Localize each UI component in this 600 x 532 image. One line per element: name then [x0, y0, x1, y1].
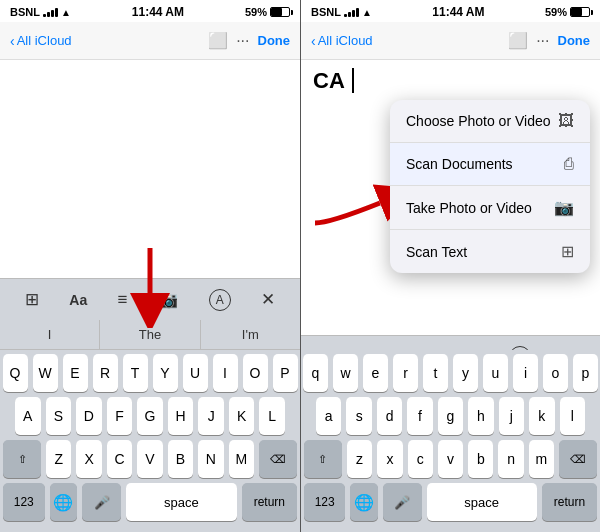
key-z-left[interactable]: Z	[46, 440, 71, 478]
key-w-left[interactable]: W	[33, 354, 58, 392]
key-n-right[interactable]: n	[498, 440, 523, 478]
bar2	[47, 12, 50, 17]
key-l-right[interactable]: l	[560, 397, 585, 435]
done-button-right[interactable]: Done	[558, 33, 591, 48]
suggestions-bar-left: I The I'm	[0, 320, 300, 350]
key-o-right[interactable]: o	[543, 354, 568, 392]
suggestion-im[interactable]: I'm	[201, 320, 300, 349]
camera-icon-left[interactable]: 📷	[157, 289, 178, 310]
key-b-left[interactable]: B	[168, 440, 193, 478]
suggestion-the[interactable]: The	[100, 320, 200, 349]
key-q-left[interactable]: Q	[3, 354, 28, 392]
carrier-left: BSNL	[10, 6, 40, 18]
key-f-left[interactable]: F	[107, 397, 133, 435]
list-icon-left[interactable]: ≡	[117, 290, 127, 310]
upload-icon-right[interactable]: ⬜	[508, 31, 528, 50]
suggestion-i[interactable]: I	[0, 320, 100, 349]
key-x-right[interactable]: x	[377, 440, 402, 478]
time-right: 11:44 AM	[432, 5, 484, 19]
menu-item-scan-documents[interactable]: Scan Documents ⎙	[390, 143, 590, 186]
key-j-right[interactable]: j	[499, 397, 524, 435]
key-g-left[interactable]: G	[137, 397, 163, 435]
table-icon-left[interactable]: ⊞	[25, 289, 39, 310]
key-c-left[interactable]: C	[107, 440, 132, 478]
space-key-left[interactable]: space	[126, 483, 237, 521]
text-icon-left[interactable]: Aa	[69, 292, 87, 308]
key-m-left[interactable]: M	[229, 440, 254, 478]
shift-key-left[interactable]: ⇧	[3, 440, 41, 478]
key-v-right[interactable]: v	[438, 440, 463, 478]
emoji-key-right[interactable]: 🌐	[350, 483, 378, 521]
back-button-left[interactable]: ‹ All iCloud	[10, 33, 72, 49]
delete-key-left[interactable]: ⌫	[259, 440, 297, 478]
numbers-key-left[interactable]: 123	[3, 483, 45, 521]
key-a-left[interactable]: A	[15, 397, 41, 435]
battery-fill-left	[271, 8, 282, 16]
key-k-right[interactable]: k	[529, 397, 554, 435]
wifi-icon-right: ▲	[362, 7, 372, 18]
key-row-4-left: 123 🌐 🎤 space return	[3, 483, 297, 521]
key-j-left[interactable]: J	[198, 397, 224, 435]
more-icon-right[interactable]: ···	[536, 32, 549, 50]
note-content-left	[0, 60, 300, 278]
key-e-right[interactable]: e	[363, 354, 388, 392]
key-u-left[interactable]: U	[183, 354, 208, 392]
back-label-right: All iCloud	[318, 33, 373, 48]
key-h-left[interactable]: H	[168, 397, 194, 435]
delete-key-right[interactable]: ⌫	[559, 440, 597, 478]
space-key-right[interactable]: space	[427, 483, 537, 521]
menu-item-choose-photo[interactable]: Choose Photo or Video 🖼	[390, 100, 590, 143]
key-y-left[interactable]: Y	[153, 354, 178, 392]
key-i-left[interactable]: I	[213, 354, 238, 392]
key-r-left[interactable]: R	[93, 354, 118, 392]
key-w-right[interactable]: w	[333, 354, 358, 392]
back-button-right[interactable]: ‹ All iCloud	[311, 33, 373, 49]
key-u-right[interactable]: u	[483, 354, 508, 392]
nav-actions-left: ⬜ ··· Done	[208, 31, 290, 50]
key-x-left[interactable]: X	[76, 440, 101, 478]
mic-key-left[interactable]: 🎤	[82, 483, 121, 521]
key-v-left[interactable]: V	[137, 440, 162, 478]
key-e-left[interactable]: E	[63, 354, 88, 392]
battery-icon-right	[570, 7, 590, 17]
key-n-left[interactable]: N	[198, 440, 223, 478]
key-g-right[interactable]: g	[438, 397, 463, 435]
upload-icon-left[interactable]: ⬜	[208, 31, 228, 50]
key-t-right[interactable]: t	[423, 354, 448, 392]
more-icon-left[interactable]: ···	[236, 32, 249, 50]
menu-item-take-photo[interactable]: Take Photo or Video 📷	[390, 186, 590, 230]
key-b-right[interactable]: b	[468, 440, 493, 478]
key-m-right[interactable]: m	[529, 440, 554, 478]
key-s-left[interactable]: S	[46, 397, 72, 435]
shift-key-right[interactable]: ⇧	[304, 440, 342, 478]
key-p-left[interactable]: P	[273, 354, 298, 392]
arrow-right-scan	[310, 178, 390, 232]
emoji-key-left[interactable]: 🌐	[50, 483, 78, 521]
key-p-right[interactable]: p	[573, 354, 598, 392]
nav-bar-right: ‹ All iCloud ⬜ ··· Done	[301, 22, 600, 60]
style-icon-left[interactable]: A	[209, 289, 231, 311]
key-z-right[interactable]: z	[347, 440, 372, 478]
key-c-right[interactable]: c	[408, 440, 433, 478]
key-r-right[interactable]: r	[393, 354, 418, 392]
done-button-left[interactable]: Done	[258, 33, 291, 48]
key-y-right[interactable]: y	[453, 354, 478, 392]
key-l-left[interactable]: L	[259, 397, 285, 435]
return-key-left[interactable]: return	[242, 483, 297, 521]
key-d-left[interactable]: D	[76, 397, 102, 435]
key-k-left[interactable]: K	[229, 397, 255, 435]
menu-item-scan-text[interactable]: Scan Text ⊞	[390, 230, 590, 273]
key-o-left[interactable]: O	[243, 354, 268, 392]
mic-key-right[interactable]: 🎤	[383, 483, 422, 521]
close-icon-left[interactable]: ✕	[261, 289, 275, 310]
key-a-right[interactable]: a	[316, 397, 341, 435]
return-key-right[interactable]: return	[542, 483, 597, 521]
key-h-right[interactable]: h	[468, 397, 493, 435]
key-t-left[interactable]: T	[123, 354, 148, 392]
numbers-key-right[interactable]: 123	[304, 483, 345, 521]
key-q-right[interactable]: q	[303, 354, 328, 392]
key-d-right[interactable]: d	[377, 397, 402, 435]
key-i-right[interactable]: i	[513, 354, 538, 392]
key-s-right[interactable]: s	[346, 397, 371, 435]
key-f-right[interactable]: f	[407, 397, 432, 435]
